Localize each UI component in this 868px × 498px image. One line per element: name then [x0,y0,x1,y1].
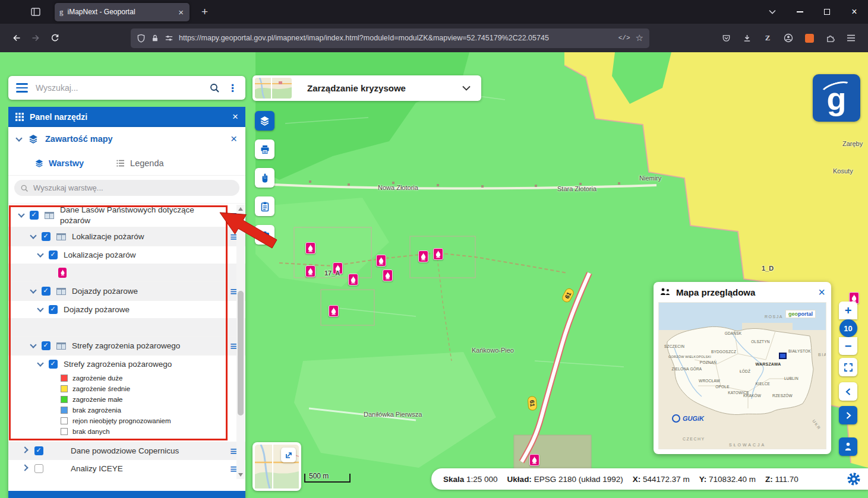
layer-label[interactable]: Dane powodziowe Copernicus [71,446,179,455]
chevron-down-icon[interactable] [37,250,43,257]
layer-row-forest-fires-group[interactable]: Dane Lasów Państwowych dotyczące pożarów… [8,203,245,227]
browser-tab[interactable]: g iMapNext - Geoportal × [55,3,190,21]
search-icon[interactable] [209,83,220,93]
tab-close-button[interactable]: × [177,7,185,17]
fire-location-marker[interactable] [305,242,315,254]
chevron-down-icon[interactable] [18,211,24,217]
module-selector[interactable]: Zarządzanie kryzysowe [252,75,481,101]
touch-tool-button[interactable] [255,168,274,188]
print-tool-button[interactable] [255,139,274,159]
chevron-down-icon[interactable] [30,341,36,348]
fire-location-marker[interactable] [433,248,443,260]
pocket-button[interactable] [716,28,736,47]
checkbox[interactable] [49,305,58,314]
reload-button[interactable] [45,28,64,47]
layer-row-flood-copernicus[interactable]: Dane powodziowe Copernicus ≡ [8,442,245,459]
zoom-in-button[interactable]: + [839,302,857,319]
chevron-down-icon[interactable] [30,287,36,293]
scroll-down-icon[interactable] [238,473,243,477]
fire-location-marker[interactable] [348,274,358,286]
crs-readout[interactable]: Układ: EPSG 2180 (układ 1992) [507,475,623,484]
downloads-button[interactable] [737,28,757,47]
street-view-button[interactable] [839,437,857,456]
layer-row-fire-locations[interactable]: Lokalizacje pożarów ≡ [8,227,245,246]
scroll-up-icon[interactable] [238,207,243,211]
extension-orange-button[interactable] [799,28,819,47]
geoportal-logo[interactable]: g [813,74,860,122]
panel-scrollbar[interactable] [236,205,245,479]
panel-close-button[interactable]: × [232,111,238,123]
window-maximize-button[interactable] [813,0,841,24]
chevron-down-icon[interactable] [462,85,471,91]
new-tab-button[interactable]: + [197,5,213,18]
layer-row-fire-hazard-zones[interactable]: Strefy zagrożenia pożarowego ≡ [8,336,245,355]
previous-extent-button[interactable] [839,382,857,401]
layer-row-iceye[interactable]: Analizy ICEYE ≡ [8,459,245,477]
chevron-right-icon[interactable] [21,464,28,471]
basemap-expand-button[interactable] [281,448,296,462]
fullscreen-button[interactable] [839,358,857,376]
checkbox[interactable] [49,250,58,259]
chevron-down-icon[interactable] [37,360,43,366]
layer-label[interactable]: Dane Lasów Państwowych dotyczące pożarów [60,205,198,226]
layer-label[interactable]: Lokalizacje pożarów [64,250,136,259]
forward-button[interactable] [26,28,45,47]
account-button[interactable] [778,28,798,47]
menu-button[interactable] [841,28,861,47]
overview-map-body[interactable]: ROSJA BIA UKR CZECHY SŁOWACJA SZCZECIN G… [658,302,826,449]
basemap-switcher[interactable] [252,442,301,491]
zoom-out-button[interactable]: − [839,337,857,355]
next-extent-button[interactable] [839,406,857,424]
layer-label[interactable]: Dojazdy pożarowe [64,305,130,314]
scrollbar-thumb[interactable] [238,291,244,415]
layer-label[interactable]: Strefy zagrożenia pożarowego [72,341,180,350]
window-close-button[interactable]: × [841,0,868,24]
checkbox[interactable] [34,464,43,473]
chevron-down-icon[interactable] [30,232,36,239]
current-extent-marker[interactable] [779,353,787,359]
screenshot-tool-button[interactable] [255,225,274,245]
checkbox[interactable] [49,360,58,369]
list-all-tabs-button[interactable] [759,0,786,24]
tools-panel-header[interactable]: Panel narzędzi × [8,107,245,127]
layers-tool-button[interactable] [255,111,274,131]
code-icon[interactable]: </> [618,34,630,42]
tab-legend[interactable]: Legenda [116,158,163,168]
layer-label[interactable]: Analizy ICEYE [71,464,123,473]
scale-readout[interactable]: Skala 1:25 000 [443,475,498,484]
tab-layers[interactable]: Warstwy [34,158,84,168]
map-content-close-button[interactable]: × [231,132,237,145]
chevron-right-icon[interactable] [21,446,28,453]
checkbox[interactable] [42,287,50,296]
layer-label[interactable]: Strefy zagrożenia pożarowego [64,360,172,369]
firefox-view-button[interactable] [29,5,43,19]
checkbox[interactable] [42,341,50,350]
layer-row-fire-hazard-zones-sub[interactable]: Strefy zagrożenia pożarowego [8,355,245,373]
chevron-down-icon[interactable] [37,305,43,312]
layer-label[interactable]: Dojazdy pożarowe [72,287,138,296]
map-content-header[interactable]: Zawartość mapy × [8,127,245,151]
url-bar[interactable]: https://mapy.geoportal.gov.pl/imapnext/i… [131,28,649,48]
checkbox[interactable] [34,446,43,455]
main-menu-icon[interactable] [16,83,28,92]
fire-location-marker[interactable] [305,265,315,277]
settings-button[interactable] [847,472,861,486]
fire-location-marker[interactable] [383,269,393,281]
window-minimize-button[interactable] [786,0,813,24]
layer-label[interactable]: Lokalizacje pożarów [72,232,144,241]
chevron-down-icon[interactable] [15,135,22,141]
layer-search-input[interactable] [33,183,233,192]
extensions-button[interactable] [820,28,840,47]
layer-row-fire-access-roads[interactable]: Dojazdy pożarowe ≡ [8,281,245,300]
extension-z-button[interactable]: Z [757,28,778,47]
overview-map-header[interactable]: Mapa przeglądowa × [654,282,831,302]
fire-location-marker[interactable] [418,250,428,262]
map-viewport[interactable]: 61 61 Nowa Złotoria Stara Złotoria Niemi… [0,52,868,498]
checkbox[interactable] [30,211,39,220]
checkbox[interactable] [42,232,50,241]
search-options-icon[interactable]: ⋮ [228,82,238,94]
fire-location-marker[interactable] [529,454,539,466]
layer-row-fire-locations-sub[interactable]: Lokalizacje pożarów [8,246,245,264]
fire-location-marker[interactable] [329,305,339,317]
back-button[interactable] [7,28,26,47]
